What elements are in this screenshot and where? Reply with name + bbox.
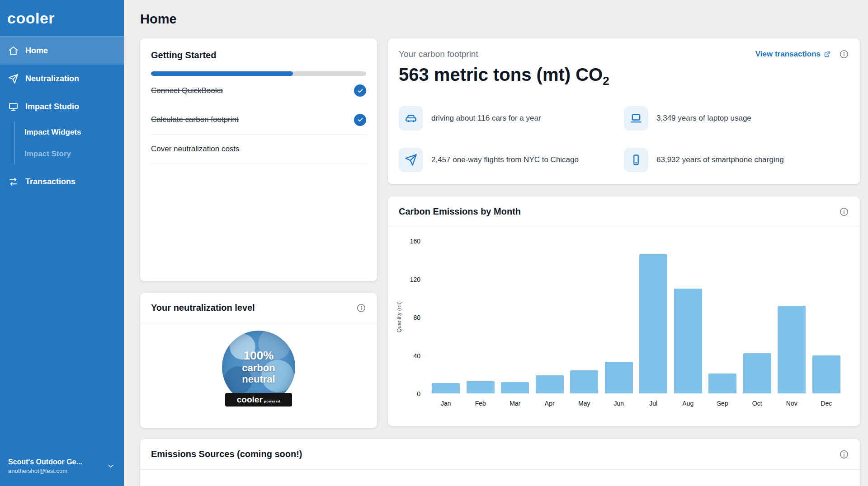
x-label-jun: Jun bbox=[602, 400, 637, 407]
bar-jan bbox=[432, 383, 460, 393]
info-icon[interactable] bbox=[839, 207, 849, 217]
y-tick-120: 120 bbox=[410, 276, 420, 283]
page-title: Home bbox=[140, 12, 860, 27]
y-tick-80: 80 bbox=[413, 314, 420, 321]
x-label-aug: Aug bbox=[671, 400, 706, 407]
sidebar: cooler Home Neutralization Impact Studio… bbox=[0, 0, 124, 486]
check-icon bbox=[354, 114, 366, 126]
footprint-value-sub: 2 bbox=[603, 74, 609, 88]
x-label-sep: Sep bbox=[705, 400, 740, 407]
task-label: Connect QuickBooks bbox=[151, 86, 223, 95]
bar-sep bbox=[708, 374, 736, 393]
sidebar-item-label: Impact Widgets bbox=[24, 128, 81, 137]
sidebar-item-impact-widgets[interactable]: Impact Widgets bbox=[14, 122, 124, 143]
sidebar-item-transactions[interactable]: Transactions bbox=[0, 168, 124, 196]
emissions-sources-header: Emissions Sources (coming soon!) bbox=[140, 439, 860, 470]
info-icon[interactable] bbox=[839, 49, 849, 59]
carbon-footprint-card: Your carbon footprint View transactions … bbox=[388, 38, 860, 184]
y-axis-label: Quantity (mt) bbox=[396, 301, 402, 332]
bar-feb bbox=[467, 381, 495, 393]
x-label-may: May bbox=[567, 400, 602, 407]
sidebar-item-label: Transactions bbox=[25, 177, 75, 187]
bar-nov bbox=[778, 306, 806, 393]
info-icon[interactable] bbox=[839, 449, 849, 459]
y-axis-ticks: 04080120160 bbox=[404, 241, 425, 393]
bar-column-mar bbox=[498, 241, 533, 393]
info-icon[interactable] bbox=[356, 303, 366, 313]
badge-brand-suffix: powered bbox=[264, 399, 280, 403]
bar-column-dec bbox=[809, 241, 844, 393]
bar-column-nov bbox=[774, 241, 809, 393]
home-icon bbox=[8, 46, 19, 56]
external-link-icon bbox=[823, 51, 831, 58]
bar-column-feb bbox=[463, 241, 498, 393]
monitor-icon bbox=[8, 102, 19, 112]
bar-jul bbox=[639, 254, 667, 393]
sidebar-item-home[interactable]: Home bbox=[0, 37, 124, 65]
equivalent-text: 63,932 years of smartphone charging bbox=[656, 155, 784, 164]
user-menu[interactable]: Scout's Outdoor Ge... anothershot@test.c… bbox=[0, 451, 124, 486]
bar-column-jan bbox=[429, 241, 463, 393]
getting-started-title: Getting Started bbox=[151, 50, 366, 61]
emissions-sources-title: Emissions Sources (coming soon!) bbox=[151, 449, 302, 459]
equivalent-flights: 2,457 one-way flights from NYC to Chicag… bbox=[399, 148, 624, 172]
bar-column-oct bbox=[740, 241, 775, 393]
emissions-chart-card: Carbon Emissions by Month Quantity (mt) … bbox=[388, 196, 860, 426]
main-content: Home Getting Started Connect QuickBooks … bbox=[124, 0, 868, 486]
view-transactions-link[interactable]: View transactions bbox=[755, 50, 831, 59]
getting-started-card: Getting Started Connect QuickBooks Calcu… bbox=[140, 38, 377, 281]
x-label-oct: Oct bbox=[740, 400, 775, 407]
bar-column-may bbox=[567, 241, 602, 393]
equivalent-text: driving about 116 cars for a year bbox=[431, 114, 541, 123]
y-axis-label-col: Quantity (mt) bbox=[394, 241, 404, 393]
task-cover-neutralization-costs[interactable]: Cover neutralization costs bbox=[151, 135, 366, 164]
emissions-sources-card: Emissions Sources (coming soon!) bbox=[140, 439, 860, 486]
impact-studio-subnav: Impact Widgets Impact Story bbox=[14, 122, 124, 165]
carbon-neutral-badge: 100% carbon neutral cooler powered bbox=[222, 331, 295, 407]
laptop-icon bbox=[624, 106, 648, 131]
plane-icon bbox=[8, 74, 19, 84]
footprint-equivalents: driving about 116 cars for a year 3,349 … bbox=[399, 106, 849, 172]
bar-jun bbox=[605, 362, 633, 393]
cooler-logo: cooler bbox=[0, 0, 124, 36]
x-label-jan: Jan bbox=[429, 400, 463, 407]
x-label-apr: Apr bbox=[533, 400, 567, 407]
neutralization-level-header: Your neutralization level bbox=[140, 293, 377, 323]
bar-chart-plot bbox=[429, 241, 844, 393]
x-label-jul: Jul bbox=[636, 400, 671, 407]
task-calculate-carbon-footprint[interactable]: Calculate carbon footprint bbox=[151, 105, 366, 135]
user-info: Scout's Outdoor Ge... anothershot@test.c… bbox=[8, 458, 107, 474]
x-label-feb: Feb bbox=[463, 400, 498, 407]
badge-brand: cooler bbox=[237, 393, 263, 407]
plot-column: JanFebMarAprMayJunJulAugSepOctNovDec bbox=[429, 241, 844, 407]
bar-column-sep bbox=[705, 241, 740, 393]
bar-oct bbox=[743, 353, 771, 393]
y-tick-0: 0 bbox=[417, 390, 420, 397]
bar-chart: Quantity (mt) 04080120160 JanFebMarAprMa… bbox=[388, 227, 860, 407]
sidebar-item-neutralization[interactable]: Neutralization bbox=[0, 65, 124, 93]
bar-mar bbox=[501, 382, 529, 393]
view-transactions-label: View transactions bbox=[755, 50, 821, 59]
bar-apr bbox=[536, 375, 564, 393]
neutralization-badge-wrap: 100% carbon neutral cooler powered bbox=[140, 323, 377, 407]
progress-bar bbox=[151, 71, 366, 76]
sidebar-item-label: Neutralization bbox=[25, 74, 79, 84]
badge-word-neutral: neutral bbox=[242, 374, 275, 385]
emissions-chart-title: Carbon Emissions by Month bbox=[399, 206, 521, 217]
chevron-down-icon[interactable] bbox=[107, 462, 115, 470]
task-connect-quickbooks[interactable]: Connect QuickBooks bbox=[151, 76, 366, 105]
emissions-chart-header: Carbon Emissions by Month bbox=[388, 196, 860, 227]
sidebar-item-impact-story[interactable]: Impact Story bbox=[14, 143, 124, 165]
badge-word-carbon: carbon bbox=[242, 362, 275, 374]
sidebar-item-impact-studio[interactable]: Impact Studio bbox=[0, 93, 124, 121]
bar-dec bbox=[812, 355, 840, 394]
sidebar-item-label: Impact Studio bbox=[25, 102, 79, 112]
user-email: anothershot@test.com bbox=[8, 467, 107, 474]
check-icon bbox=[354, 84, 366, 97]
x-label-mar: Mar bbox=[498, 400, 533, 407]
sidebar-item-label: Impact Story bbox=[24, 150, 71, 159]
bar-column-apr bbox=[533, 241, 567, 393]
x-label-dec: Dec bbox=[809, 400, 844, 407]
swap-arrows-icon bbox=[8, 177, 19, 187]
sidebar-spacer bbox=[0, 196, 124, 451]
